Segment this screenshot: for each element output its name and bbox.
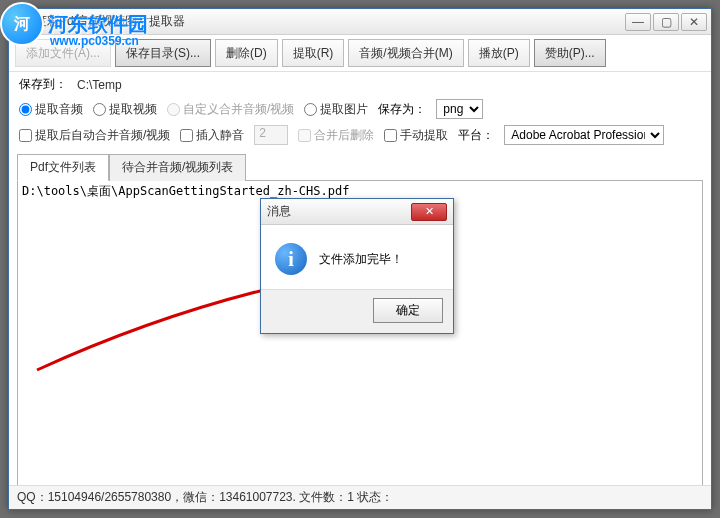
tab-pdf-list[interactable]: Pdf文件列表 — [17, 154, 109, 181]
manual-extract-checkbox[interactable]: 手动提取 — [384, 127, 448, 144]
dialog-title: 消息 — [267, 203, 411, 220]
maximize-button[interactable]: ▢ — [653, 13, 679, 31]
sponsor-button[interactable]: 赞助(P)... — [534, 39, 606, 67]
play-button[interactable]: 播放(P) — [468, 39, 530, 67]
extract-video-radio[interactable]: 提取视频 — [93, 101, 157, 118]
auto-merge-checkbox[interactable]: 提取后自动合并音频/视频 — [19, 127, 170, 144]
message-dialog: 消息 ✕ i 文件添加完毕！ 确定 — [260, 198, 454, 334]
dialog-titlebar: 消息 ✕ — [261, 199, 453, 225]
tab-merge-list[interactable]: 待合并音频/视频列表 — [109, 154, 246, 181]
insert-silence-checkbox[interactable]: 插入静音 — [180, 127, 244, 144]
save-to-path: C:\Temp — [77, 78, 122, 92]
save-to-label: 保存到： — [19, 76, 67, 93]
close-button[interactable]: ✕ — [681, 13, 707, 31]
av-merge-button[interactable]: 音频/视频合并(M) — [348, 39, 463, 67]
dialog-message: 文件添加完毕！ — [319, 251, 403, 268]
window-title: 度彩Pdf音频视频图片提取器 — [35, 13, 625, 30]
status-text: QQ：15104946/2655780380，微信：13461007723. 文… — [17, 489, 393, 506]
status-bar: QQ：15104946/2655780380，微信：13461007723. 文… — [9, 485, 711, 509]
extract-image-radio[interactable]: 提取图片 — [304, 101, 368, 118]
delete-button[interactable]: 删除(D) — [215, 39, 278, 67]
save-as-label: 保存为： — [378, 101, 426, 118]
titlebar: 度彩Pdf音频视频图片提取器 — ▢ ✕ — [9, 9, 711, 35]
delete-after-merge-checkbox[interactable]: 合并后删除 — [298, 127, 374, 144]
minimize-button[interactable]: — — [625, 13, 651, 31]
format-select[interactable]: png — [436, 99, 483, 119]
watermark-url: www.pc0359.cn — [50, 34, 139, 48]
options-panel: 保存到： C:\Temp 提取音频 提取视频 自定义合并音频/视频 提取图片 保… — [9, 72, 711, 149]
extract-button[interactable]: 提取(R) — [282, 39, 345, 67]
tabs: Pdf文件列表 待合并音频/视频列表 — [17, 153, 703, 180]
app-icon — [13, 14, 29, 30]
platform-label: 平台： — [458, 127, 494, 144]
dialog-ok-button[interactable]: 确定 — [373, 298, 443, 323]
dialog-close-button[interactable]: ✕ — [411, 203, 447, 221]
info-icon: i — [275, 243, 307, 275]
custom-merge-radio[interactable]: 自定义合并音频/视频 — [167, 101, 294, 118]
extract-audio-radio[interactable]: 提取音频 — [19, 101, 83, 118]
silence-seconds-spinner[interactable]: 2 — [254, 125, 288, 145]
platform-select[interactable]: Adobe Acrobat Professional — [504, 125, 664, 145]
